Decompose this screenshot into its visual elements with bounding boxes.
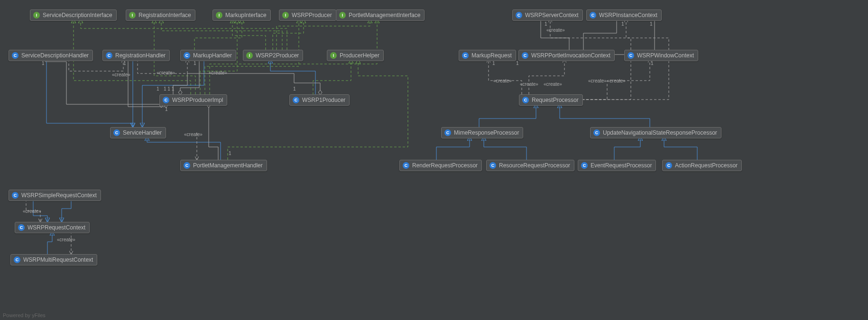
uml-node-label: RegistrationInterface	[139, 12, 191, 18]
uml-node-label: ResourceRequestProcessor	[499, 162, 570, 169]
uml-node-label: MarkupRequest	[471, 52, 512, 59]
uml-node-label: RenderRequestProcessor	[412, 162, 478, 169]
create-label: «create»	[157, 70, 175, 75]
class-icon: C	[590, 12, 596, 18]
class-icon: C	[163, 97, 169, 103]
uml-node-label: PortletManagementInterface	[349, 12, 420, 18]
class-icon: C	[489, 162, 496, 169]
uml-node-label: ServiceHandler	[123, 129, 162, 136]
uml-node-wictx[interactable]: CWSRPInstanceContext	[586, 9, 662, 21]
create-label: «create»	[588, 78, 607, 83]
interface-icon: I	[330, 52, 337, 59]
uml-node-label: MarkupInterface	[225, 12, 267, 18]
class-icon: C	[293, 97, 299, 103]
create-label: «create»	[544, 82, 562, 87]
uml-node-rrp[interactable]: CRenderRequestProcessor	[399, 160, 482, 171]
uml-node-rh[interactable]: CRegistrationHandler	[102, 50, 170, 61]
class-icon: C	[12, 192, 18, 199]
mult-label: 1	[157, 86, 159, 91]
mult-label: 1 1 1	[164, 86, 174, 91]
mult-label: 1	[492, 61, 495, 66]
uml-node-sh[interactable]: CServiceHandler	[110, 127, 166, 138]
uml-node-label: MimeResponseProcessor	[454, 129, 519, 136]
class-icon: C	[18, 224, 25, 231]
create-label: «create»	[607, 78, 626, 83]
uml-node-label: WSRP1Producer	[302, 97, 345, 103]
create-label: «create»	[493, 78, 512, 83]
uml-node-mi[interactable]: IMarkupInterface	[212, 9, 271, 21]
uml-node-wpic[interactable]: CWSRPPortletInvocationContext	[518, 50, 615, 61]
class-icon: C	[113, 129, 120, 136]
uml-node-erp[interactable]: CEventRequestProcessor	[578, 160, 656, 171]
uml-node-wsrpp[interactable]: IWSRPProducer	[279, 9, 336, 21]
mult-label: 1	[165, 107, 168, 112]
uml-node-arp[interactable]: CActionRequestProcessor	[662, 160, 742, 171]
uml-node-label: WSRPInstanceContext	[599, 12, 657, 18]
class-icon: C	[593, 129, 600, 136]
class-icon: C	[581, 162, 588, 169]
uml-node-label: ServiceDescriptionHandler	[21, 52, 89, 59]
uml-node-sdi[interactable]: IServiceDescriptionInterface	[30, 9, 117, 21]
uml-node-label: RegistrationHandler	[115, 52, 166, 59]
uml-node-w2p[interactable]: IWSRP2Producer	[243, 50, 303, 61]
uml-node-mh[interactable]: CMarkupHandler	[180, 50, 236, 61]
uml-node-w1p[interactable]: CWSRP1Producer	[289, 94, 350, 106]
class-icon: C	[516, 12, 522, 18]
mult-label: 1	[621, 21, 624, 27]
uml-node-label: EventRequestProcessor	[591, 162, 652, 169]
uml-node-wsrc[interactable]: CWSRPSimpleRequestContext	[9, 190, 101, 201]
uml-node-label: ServiceDescriptionInterface	[43, 12, 112, 18]
mult-label: 1	[123, 61, 126, 66]
uml-node-mr[interactable]: CMarkupRequest	[459, 50, 516, 61]
interface-icon: I	[339, 12, 346, 18]
create-label: «create»	[546, 27, 565, 33]
uml-node-label: ActionRequestProcessor	[675, 162, 738, 169]
mult-label: 1	[194, 61, 196, 66]
mult-label: 1	[293, 86, 296, 91]
uml-node-label: PortletManagementHandler	[193, 162, 263, 169]
uml-node-sdh[interactable]: CServiceDescriptionHandler	[9, 50, 93, 61]
mult-label: 1	[42, 61, 45, 66]
interface-icon: I	[129, 12, 136, 18]
uml-node-pmh[interactable]: CPortletManagementHandler	[180, 160, 267, 171]
uml-node-label: RequestProcessor	[532, 97, 579, 103]
interface-icon: I	[216, 12, 222, 18]
mult-label: 1	[229, 151, 231, 156]
uml-node-wmrc[interactable]: CWSRPMultiRequestContext	[10, 254, 97, 265]
class-icon: C	[184, 162, 190, 169]
uml-node-wrc[interactable]: CWSRPRequestContext	[15, 222, 90, 233]
uml-node-label: WSRPProducer	[292, 12, 332, 18]
uml-node-wsctx[interactable]: CWSRPServerContext	[512, 9, 583, 21]
class-icon: C	[106, 52, 112, 59]
mult-label: 1	[650, 21, 653, 27]
uml-node-label: WSRPProducerImpl	[172, 97, 223, 103]
class-icon: C	[462, 52, 469, 59]
uml-node-ph[interactable]: IProducerHelper	[327, 50, 384, 61]
class-icon: C	[184, 52, 190, 59]
uml-node-label: UpdateNavigationalStateResponseProcessor	[603, 129, 717, 136]
uml-node-label: ProducerHelper	[340, 52, 379, 59]
uml-node-label: WSRPServerContext	[525, 12, 579, 18]
create-label: «create»	[184, 132, 203, 137]
uml-node-label: WSRPRequestContext	[28, 224, 85, 231]
mult-label: 1	[545, 21, 547, 27]
class-icon: C	[665, 162, 672, 169]
uml-diagram-canvas: 1 1 1 1 1 1 1 1 1 1 1 1 1 1 1 1 «create»…	[0, 0, 868, 320]
class-icon: C	[14, 256, 20, 263]
uml-node-rp[interactable]: CRequestProcessor	[519, 94, 583, 106]
uml-node-ri[interactable]: IRegistrationInterface	[126, 9, 195, 21]
interface-icon: I	[33, 12, 40, 18]
uml-node-pmi[interactable]: IPortletManagementInterface	[336, 9, 425, 21]
create-label: «create»	[209, 70, 227, 75]
interface-icon: I	[282, 12, 289, 18]
uml-node-label: WSRP2Producer	[256, 52, 299, 59]
mult-label: 1	[516, 61, 519, 66]
uml-node-label: WSRPPortletInvocationContext	[531, 52, 610, 59]
create-label: «create»	[23, 209, 41, 214]
class-icon: C	[522, 52, 528, 59]
uml-node-mrp[interactable]: CMimeResponseProcessor	[441, 127, 523, 138]
uml-node-unrp[interactable]: CUpdateNavigationalStateResponseProcesso…	[590, 127, 721, 138]
uml-node-wwc[interactable]: CWSRPWindowContext	[624, 50, 698, 61]
uml-node-rerp[interactable]: CResourceRequestProcessor	[486, 160, 574, 171]
uml-node-wpi[interactable]: CWSRPProducerImpl	[159, 94, 227, 106]
